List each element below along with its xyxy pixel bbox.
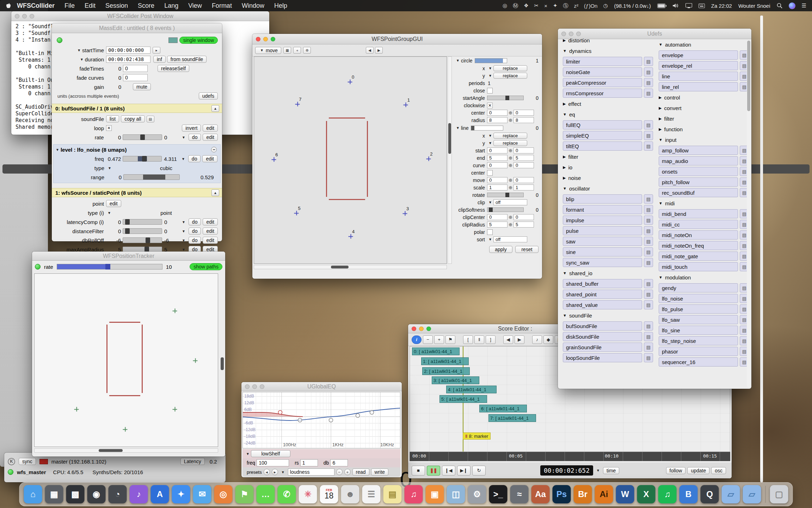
link-values-icon[interactable]: ⊕	[509, 117, 512, 123]
latency-button[interactable]: Latency	[180, 458, 205, 465]
time-mode-dropdown[interactable]: ▼	[596, 468, 600, 472]
spark-icon[interactable]: ✦	[553, 2, 558, 9]
score-event[interactable]: 1: [ a11wlk01-44_1	[421, 357, 469, 365]
edit-button[interactable]: edit	[202, 155, 217, 162]
tracker-titlebar[interactable]: WFSPositionTracker	[32, 252, 225, 261]
dock-contacts[interactable]: ☻	[341, 485, 359, 503]
dock-notes[interactable]: ▤	[383, 485, 402, 503]
triangle-right-icon[interactable]: ▶	[659, 116, 662, 121]
chevron-down-icon[interactable]: ▼	[107, 211, 111, 215]
list-button[interactable]: list	[106, 115, 119, 122]
triangle-right-icon[interactable]: ▶	[659, 127, 662, 132]
value-field[interactable]: 1	[487, 185, 508, 190]
zoom-tool-icon[interactable]: ⊕	[303, 47, 311, 54]
doc-icon[interactable]: ▤	[644, 120, 653, 129]
freq-range-slider[interactable]	[123, 156, 162, 162]
link-values-icon[interactable]: ⊕	[509, 155, 512, 161]
score-event[interactable]: 2: [ a11wlk01-44_1	[422, 367, 470, 375]
menu-clock[interactable]: Za 22:02	[711, 3, 732, 9]
udef-group-soundFile[interactable]: ▼soundFile	[563, 310, 653, 321]
tracked-point[interactable]	[74, 407, 79, 411]
doc-icon[interactable]: ▤	[644, 290, 653, 299]
mute-button[interactable]: mute	[133, 83, 151, 90]
dock-app-store[interactable]: A	[151, 485, 169, 503]
udef-item-label[interactable]: line_rel	[659, 82, 738, 91]
info-icon[interactable]: i	[412, 335, 422, 344]
dock-launchpad[interactable]: ▩	[66, 485, 85, 503]
score-event[interactable]: 4: [ a11wlk01-44_1	[446, 386, 497, 393]
triangle-down-icon[interactable]: ▼	[659, 201, 663, 205]
dock-mission-control[interactable]: ▦	[45, 485, 63, 503]
time-button[interactable]: time	[603, 467, 619, 474]
udef-item-label[interactable]: lfo_saw	[659, 315, 738, 324]
udefs-scrollbar[interactable]	[747, 40, 751, 387]
chevron-down-icon[interactable]: ▼	[182, 157, 185, 161]
start-time-value[interactable]: 00:00:00:000	[106, 47, 150, 54]
dock-folder-documents[interactable]: ▱	[722, 485, 740, 503]
udef-item-label[interactable]: midi_touch	[659, 262, 738, 271]
pause-button[interactable]: ❚❚	[427, 466, 440, 476]
doc-icon[interactable]: ▤	[644, 141, 653, 151]
window-controls[interactable]	[412, 326, 431, 331]
inf-button[interactable]: inf	[153, 56, 166, 63]
input-source-icon[interactable]	[699, 4, 705, 8]
udef-group-control[interactable]: ▶control	[659, 92, 749, 103]
siri-icon[interactable]	[789, 2, 795, 9]
tracked-point[interactable]	[193, 358, 197, 363]
udef-group-convert[interactable]: ▶convert	[659, 103, 749, 113]
udef-group-filter[interactable]: ▶filter	[659, 113, 749, 124]
dock-spotify[interactable]: ♫	[658, 485, 677, 503]
start-time-action-button[interactable]: ▸	[153, 47, 160, 54]
triangle-down-icon[interactable]: ▼	[659, 42, 663, 47]
udef-item-label[interactable]: envelope	[659, 50, 738, 60]
dock-photos[interactable]: ✳	[299, 485, 317, 503]
dropdown-icon[interactable]: ▼	[488, 66, 492, 70]
sync-button[interactable]: sync	[19, 458, 36, 465]
udef-item-label[interactable]: gendy	[659, 283, 738, 292]
window-controls[interactable]	[15, 14, 34, 18]
value-field[interactable]: 0	[487, 214, 508, 220]
dock-activity-monitor[interactable]: ≈	[510, 485, 529, 503]
edit-button[interactable]: edit	[203, 237, 218, 244]
triangle-down-icon[interactable]: ▼	[563, 49, 567, 53]
power-led[interactable]	[57, 37, 62, 43]
score-event[interactable]: 0: [ a11wlk01-44_1	[412, 347, 460, 355]
plot-point-5[interactable]: 5	[294, 211, 299, 216]
dock-reminders[interactable]: ☰	[362, 485, 381, 503]
remove-event-icon[interactable]: −	[423, 335, 433, 344]
release-self-button[interactable]: releaseSelf	[158, 65, 189, 72]
loop-checkbox[interactable]: ✕	[106, 125, 112, 131]
link-values-icon[interactable]: ⊕	[509, 148, 512, 153]
section-level-slider[interactable]	[471, 126, 503, 131]
value-field[interactable]: 0	[487, 147, 508, 153]
chevron-down-icon[interactable]: ▼	[281, 470, 285, 474]
triangle-right-icon[interactable]: ▶	[563, 155, 566, 159]
collapse-up-icon[interactable]: ▲	[211, 105, 219, 112]
udef-item-label[interactable]: limiter	[563, 57, 642, 66]
plot-point-2[interactable]: 2	[426, 157, 431, 161]
plot-point-3[interactable]: 3	[402, 211, 407, 216]
menu-item-score[interactable]: Score	[138, 2, 154, 10]
chevron-down-icon[interactable]: ▼	[182, 220, 185, 224]
link-values-icon[interactable]: ⊕	[509, 185, 512, 190]
align-start-icon[interactable]: [	[463, 335, 473, 344]
rs-input[interactable]: 1	[300, 459, 318, 466]
power-led[interactable]	[35, 264, 41, 270]
dock-dashboard[interactable]: ◔	[109, 485, 127, 503]
dock-safari[interactable]: ✦	[172, 485, 190, 503]
point-plot[interactable]: 01234567	[254, 56, 447, 264]
prev-preset-button[interactable]: ◂	[264, 469, 270, 475]
triangle-right-icon[interactable]: ▶	[563, 176, 566, 180]
apple-menu[interactable]	[6, 2, 11, 9]
tracked-point[interactable]	[173, 407, 177, 411]
udef-item-label[interactable]: tiltEQ	[563, 141, 642, 151]
preset-select[interactable]: loudness	[288, 468, 334, 476]
plot-point-1[interactable]: 1	[404, 102, 408, 107]
udef-item-label[interactable]: noiseGate	[563, 67, 642, 77]
udef-item-label[interactable]: blip	[563, 194, 642, 204]
udef-item-label[interactable]: rec_soundBuf	[659, 188, 738, 197]
read-button[interactable]: read	[352, 468, 369, 476]
prev-marker-icon[interactable]: ◀	[503, 335, 513, 344]
dock-calendar[interactable]: FEB18	[320, 485, 338, 503]
app-badge-icon[interactable]: ❖	[524, 2, 528, 9]
